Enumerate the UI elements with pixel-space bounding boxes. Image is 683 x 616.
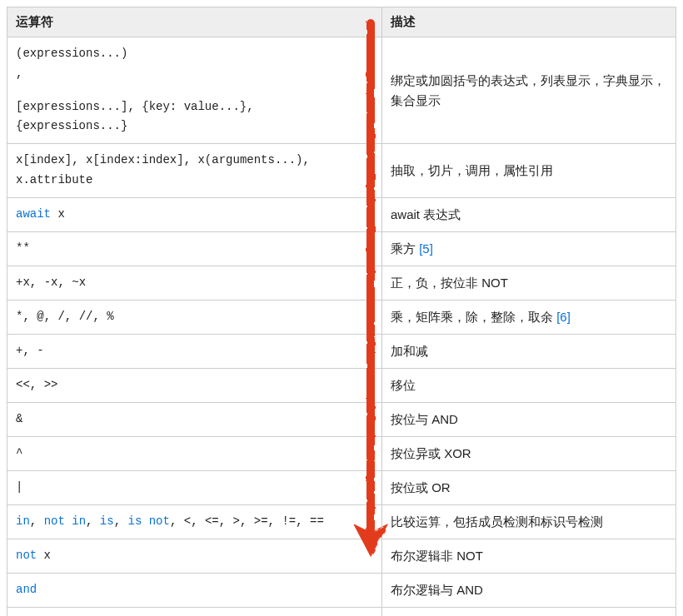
table-row: x[index], x[index:index], x(arguments...… (7, 144, 676, 198)
code-token: , (22, 344, 37, 357)
code-token: , (92, 310, 107, 323)
operator-precedence-table: 运算符 描述 (expressions...),[expressions...]… (7, 7, 676, 616)
footnote-ref[interactable]: [5] (419, 241, 433, 256)
description-text: 乘，矩阵乘，除，整除，取余 (391, 310, 556, 324)
description-cell: 布尔逻辑非 NOT (382, 539, 676, 573)
table-row: &按位与 AND (7, 402, 676, 436)
code-token: , (30, 378, 44, 391)
code-token: , (30, 276, 44, 289)
description-text: 比较运算，包括成员检测和标识号检测 (391, 514, 603, 529)
description-cell: 抽取，切片，调用，属性引用 (382, 144, 676, 198)
operator-cell: or (7, 607, 382, 616)
code-token: , (44, 310, 58, 323)
code-token: <= (205, 514, 219, 528)
code-token: {key: value...} (142, 100, 247, 113)
table-row: (expressions...),[expressions...], {key:… (7, 37, 676, 144)
keyword-token: await (16, 207, 51, 221)
code-token: , (65, 310, 79, 323)
code-token: , (303, 153, 310, 166)
code-token: , (22, 310, 37, 323)
description-text: 加和减 (391, 344, 428, 358)
description-cell: 布尔逻辑或 OR (382, 607, 676, 616)
col-header-operator: 运算符 (7, 7, 382, 37)
code-token: , (184, 153, 198, 166)
description-cell: 布尔逻辑与 AND (382, 573, 676, 607)
keyword-token: is not (127, 514, 169, 528)
code-token: @ (37, 310, 43, 323)
code-token: ~x (72, 276, 86, 289)
table-row: |按位或 OR (7, 470, 676, 504)
table-row: or布尔逻辑或 OR (7, 607, 676, 616)
operator-cell: +, - (7, 334, 382, 368)
code-token: - (37, 344, 43, 357)
description-text: 正，负，按位非 NOT (391, 276, 508, 290)
code-token: , (86, 514, 100, 528)
code-token: , (268, 514, 282, 528)
operator-cell: | (7, 470, 382, 504)
col-header-description: 描述 (382, 7, 676, 37)
description-cell: 按位异或 XOR (382, 436, 676, 470)
table-row: in, not in, is, is not, <, <=, >, >=, !=… (7, 504, 676, 539)
description-cell: 移位 (382, 368, 676, 402)
code-token: +x (16, 276, 30, 289)
operator-cell: (expressions...),[expressions...], {key:… (7, 37, 382, 144)
operator-cell: and (7, 573, 382, 607)
keyword-token: not (16, 549, 37, 562)
description-text: await 表达式 (391, 207, 461, 221)
operator-cell: & (7, 402, 382, 436)
operator-cell: ** (7, 231, 382, 266)
table-row: +x, -x, ~x正，负，按位非 NOT (7, 266, 676, 300)
table-row: and布尔逻辑与 AND (7, 573, 676, 607)
code-token: % (107, 310, 113, 323)
code-token: ** (16, 241, 30, 255)
table-row: *, @, /, //, %乘，矩阵乘，除，整除，取余 [6] (7, 300, 676, 334)
description-cell: 按位或 OR (382, 470, 676, 504)
operator-cell: x[index], x[index:index], x(arguments...… (7, 144, 382, 198)
code-token: & (16, 412, 22, 425)
code-token: , (296, 514, 310, 528)
code-token: , (247, 100, 253, 113)
description-text: 按位或 OR (391, 480, 451, 494)
code-token: ^ (16, 446, 22, 460)
code-token: x[index] (16, 153, 72, 166)
operator-cell: <<, >> (7, 368, 382, 402)
code-token: // (79, 310, 93, 323)
code-token: x (51, 207, 65, 221)
keyword-token: and (16, 583, 37, 596)
operator-cell: ^ (7, 436, 382, 470)
description-text: 布尔逻辑与 AND (391, 583, 483, 597)
code-token: x.attribute (16, 173, 92, 186)
code-token: , (30, 514, 44, 528)
operator-cell: in, not in, is, is not, <, <=, >, >=, !=… (7, 504, 382, 539)
code-token: -x (44, 276, 58, 289)
code-token: , (191, 514, 205, 528)
footnote-ref[interactable]: [6] (556, 310, 571, 324)
description-text: 抽取，切片，调用，属性引用 (391, 163, 553, 177)
table-row: <<, >>移位 (7, 368, 676, 402)
code-token: , (16, 67, 22, 80)
code-token: (expressions...) (16, 47, 127, 60)
description-cell: 正，负，按位非 NOT (382, 266, 676, 300)
table-row: ^按位异或 XOR (7, 436, 676, 470)
description-text: 按位异或 XOR (391, 446, 471, 460)
keyword-token: is (100, 514, 114, 528)
description-text: 布尔逻辑非 NOT (391, 549, 483, 563)
operator-cell: +x, -x, ~x (7, 266, 382, 300)
table-row: await xawait 表达式 (7, 197, 676, 231)
code-token: | (16, 480, 22, 494)
description-text: 乘方 (391, 241, 419, 256)
code-token: [expressions...] (16, 100, 127, 113)
code-token: x (37, 549, 51, 562)
operator-cell: not x (7, 539, 382, 573)
code-token: , (114, 514, 128, 528)
table-body: (expressions...),[expressions...], {key:… (7, 37, 676, 617)
code-token: > (233, 514, 240, 528)
keyword-token: not in (44, 514, 86, 528)
table-header-row: 运算符 描述 (7, 7, 676, 37)
code-token: / (57, 310, 64, 323)
description-cell: await 表达式 (382, 197, 676, 231)
code-token: << (16, 378, 30, 391)
description-cell: 比较运算，包括成员检测和标识号检测 (382, 504, 676, 539)
code-token: , (219, 514, 233, 528)
code-token: , (72, 153, 86, 166)
